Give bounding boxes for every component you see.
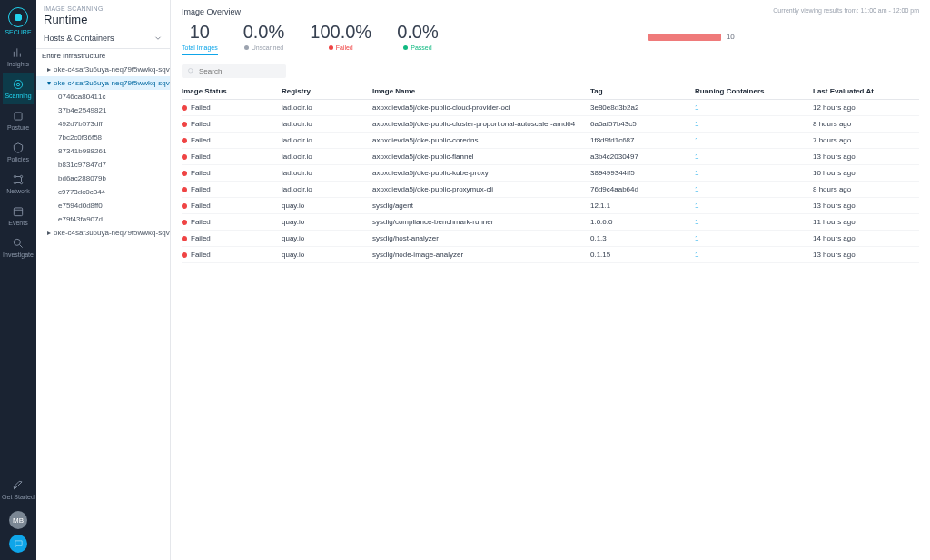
rail-investigate[interactable]: Investigate xyxy=(3,231,34,263)
tree-node[interactable]: bd6ac288079b xyxy=(36,172,170,185)
brand-label: SECURE xyxy=(5,29,31,35)
table-row[interactable]: Failediad.ocir.ioaxoxdievda5j/oke-public… xyxy=(182,133,919,149)
stat-unscanned[interactable]: 0.0%Unscanned xyxy=(243,22,285,55)
table-row[interactable]: Failediad.ocir.ioaxoxdievda5j/oke-public… xyxy=(182,149,919,165)
stat-passed[interactable]: 0.0%Passed xyxy=(397,22,439,55)
last-cell: 8 hours ago xyxy=(813,120,922,128)
status-cell: Failed xyxy=(182,152,282,161)
last-cell: 10 hours ago xyxy=(813,169,922,177)
image-cell: sysdig/agent xyxy=(372,201,590,210)
rail-insights[interactable]: Insights xyxy=(3,41,34,73)
tag-cell: 0.1.15 xyxy=(590,251,695,259)
main-content: Image Overview Currently viewing results… xyxy=(171,0,930,560)
tag-cell: 1.0.6.0 xyxy=(590,218,695,226)
brand-logo[interactable] xyxy=(8,7,28,27)
col-header[interactable]: Running Containers xyxy=(695,87,813,95)
chat-button[interactable] xyxy=(9,535,27,553)
status-cell: Failed xyxy=(182,185,282,193)
stat-total-images[interactable]: 10Total Images xyxy=(182,22,218,55)
status-cell: Failed xyxy=(182,218,282,226)
registry-cell: quay.io xyxy=(282,234,372,242)
svg-point-5 xyxy=(14,182,15,183)
image-cell: axoxdievda5j/oke-public-proxymux-cli xyxy=(372,185,590,193)
last-cell: 7 hours ago xyxy=(813,136,922,144)
image-cell: sysdig/host-analyzer xyxy=(372,234,590,242)
running-cell: 1 xyxy=(695,218,813,226)
image-cell: axoxdievda5j/oke-public-kube-proxy xyxy=(372,169,590,177)
tag-cell: 12.1.1 xyxy=(590,201,695,210)
rail-get-started[interactable]: Get Started xyxy=(0,474,36,506)
last-cell: 8 hours ago xyxy=(813,185,922,193)
col-header[interactable]: Image Status xyxy=(182,87,282,95)
image-cell: axoxdievda5j/oke-public-flannel xyxy=(372,152,590,161)
tree-node[interactable]: 0746ca80411c xyxy=(36,90,170,103)
svg-point-1 xyxy=(16,83,20,86)
table-row[interactable]: Failediad.ocir.ioaxoxdievda5j/oke-public… xyxy=(182,165,919,182)
tree-node[interactable]: c9773dc0c844 xyxy=(36,185,170,199)
insights-icon xyxy=(12,46,25,59)
svg-point-0 xyxy=(14,80,22,88)
chevron-down-icon xyxy=(153,34,163,43)
tag-cell: 389499344ff5 xyxy=(590,169,695,177)
status-cell: Failed xyxy=(182,201,282,210)
image-cell: axoxdievda5j/oke-public-cluster-proporti… xyxy=(372,120,590,128)
svg-point-4 xyxy=(20,175,22,177)
tree-node[interactable]: b831c97847d7 xyxy=(36,158,170,172)
rail-events[interactable]: Events xyxy=(3,200,34,231)
tree-cluster[interactable]: ▾oke-c4saf3u6uya-neq79f5wwkq-sqvfxjdszfq… xyxy=(36,76,170,90)
table-row[interactable]: Failediad.ocir.ioaxoxdievda5j/oke-public… xyxy=(182,116,919,133)
registry-cell: quay.io xyxy=(282,218,372,226)
tree-node[interactable]: 492d7b573dff xyxy=(36,117,170,131)
tree-cluster[interactable]: ▸oke-c4saf3u6uya-neq79f5wwkq-sqvfxjdszfq… xyxy=(36,63,170,76)
last-cell: 13 hours ago xyxy=(813,152,922,161)
overview-label: Image Overview xyxy=(182,7,241,16)
table-row[interactable]: Failedquay.iosysdig/node-image-analyzer0… xyxy=(182,247,919,263)
tree-node[interactable]: e7594d0d8ff0 xyxy=(36,199,170,212)
table-row[interactable]: Failedquay.iosysdig/compliance-benchmark… xyxy=(182,214,919,231)
image-cell: sysdig/node-image-analyzer xyxy=(372,251,590,259)
rail-posture[interactable]: Posture xyxy=(3,104,34,136)
running-cell: 1 xyxy=(695,201,813,210)
running-cell: 1 xyxy=(695,136,813,144)
image-cell: axoxdievda5j/oke-public-cloud-provider-o… xyxy=(372,103,590,112)
col-header[interactable]: Registry xyxy=(282,87,372,95)
rail-network[interactable]: Network xyxy=(3,168,34,200)
posture-icon xyxy=(12,110,25,123)
running-cell: 1 xyxy=(695,120,813,128)
status-cell: Failed xyxy=(182,234,282,242)
col-header[interactable]: Image Name xyxy=(372,87,590,95)
stat-failed[interactable]: 100.0%Failed xyxy=(310,22,371,55)
svg-rect-2 xyxy=(15,113,22,120)
status-cell: Failed xyxy=(182,136,282,144)
tag-cell: 1f8d9fd1c687 xyxy=(590,136,695,144)
tree-cluster[interactable]: ▸oke-c4saf3u6uya-neq79f5wwkq-sqvfxjdszfq… xyxy=(36,226,170,240)
rocket-icon xyxy=(12,479,25,492)
scope-selector[interactable]: Hosts & Containers xyxy=(36,28,170,49)
policies-icon xyxy=(12,142,25,154)
table-row[interactable]: Failediad.ocir.ioaxoxdievda5j/oke-public… xyxy=(182,100,919,116)
table-row[interactable]: Failedquay.iosysdig/agent12.1.1113 hours… xyxy=(182,198,919,214)
image-cell: axoxdievda5j/oke-public-coredns xyxy=(372,136,590,144)
tree-root[interactable]: Entire Infrastructure xyxy=(36,49,170,63)
svg-rect-7 xyxy=(14,208,22,216)
tag-cell: 6a0af57b43c5 xyxy=(590,120,695,128)
registry-cell: iad.ocir.io xyxy=(282,152,372,161)
registry-cell: quay.io xyxy=(282,251,372,259)
running-cell: 1 xyxy=(695,152,813,161)
tree-node[interactable]: 7bc2c0f36f58 xyxy=(36,131,170,144)
table-row[interactable]: Failedquay.iosysdig/host-analyzer0.1.311… xyxy=(182,231,919,247)
tree-node[interactable]: e79f43fa907d xyxy=(36,212,170,226)
col-header[interactable]: Last Evaluated At xyxy=(813,87,922,95)
tree-node[interactable]: 87341b988261 xyxy=(36,144,170,158)
nav-rail: SECURE InsightsScanningPosturePoliciesNe… xyxy=(0,0,36,560)
tree-node[interactable]: 37b4e2549821 xyxy=(36,103,170,117)
search-box[interactable] xyxy=(182,64,286,78)
user-avatar[interactable]: MB xyxy=(9,511,27,529)
col-header[interactable]: Tag xyxy=(590,87,695,95)
search-input[interactable] xyxy=(199,67,281,75)
rail-scanning[interactable]: Scanning xyxy=(3,73,34,104)
table-row[interactable]: Failediad.ocir.ioaxoxdievda5j/oke-public… xyxy=(182,182,919,198)
rail-policies[interactable]: Policies xyxy=(3,136,34,168)
investigate-icon xyxy=(12,237,25,250)
tag-cell: a3b4c2030497 xyxy=(590,152,695,161)
